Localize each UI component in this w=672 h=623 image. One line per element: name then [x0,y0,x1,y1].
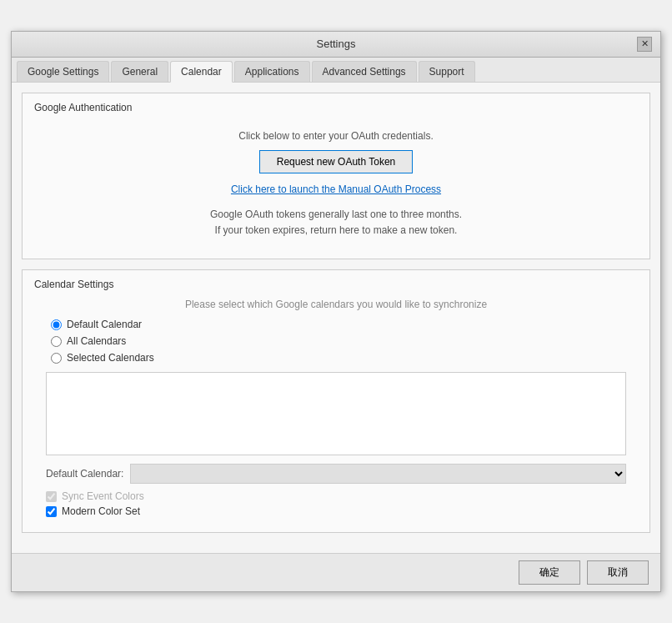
calendar-description: Please select which Google calendars you… [34,299,638,310]
calendar-settings-title: Calendar Settings [34,279,638,290]
modern-color-set-row: Modern Color Set [46,505,638,517]
manual-oauth-link[interactable]: Click here to launch the Manual OAuth Pr… [34,183,638,195]
sync-event-colors-row: Sync Event Colors [46,490,638,502]
sync-event-colors-label: Sync Event Colors [62,490,144,502]
google-auth-title: Google Authentication [34,102,638,113]
tab-applications[interactable]: Applications [234,61,310,82]
calendar-radio-group: Default Calendar All Calendars Selected … [51,319,638,364]
sync-event-colors-checkbox[interactable] [46,491,57,502]
tab-support[interactable]: Support [419,61,475,82]
request-oauth-button[interactable]: Request new OAuth Token [259,150,414,173]
radio-selected-calendars-label: Selected Calendars [67,352,154,364]
window-title: Settings [35,38,637,50]
modern-color-set-checkbox[interactable] [46,506,57,517]
auth-note-line2: If your token expires, return here to ma… [215,224,458,236]
radio-all-calendars[interactable]: All Calendars [51,335,638,347]
auth-content: Click below to enter your OAuth credenti… [34,122,638,247]
radio-all-calendars-label: All Calendars [67,335,126,347]
calendar-settings-section: Calendar Settings Please select which Go… [22,269,650,533]
close-button[interactable]: ✕ [637,37,652,52]
modern-color-set-label: Modern Color Set [62,505,140,517]
tab-bar: Google Settings General Calendar Applica… [12,58,660,83]
radio-selected-calendars[interactable]: Selected Calendars [51,352,638,364]
tab-general[interactable]: General [111,61,168,82]
default-calendar-select[interactable] [130,464,626,484]
main-content: Google Authentication Click below to ent… [12,83,660,553]
radio-selected-calendars-input[interactable] [51,353,62,364]
tab-google-settings[interactable]: Google Settings [17,61,109,82]
auth-note: Google OAuth tokens generally last one t… [34,207,638,239]
ok-button[interactable]: 确定 [519,560,580,585]
radio-default-calendar-input[interactable] [51,319,62,330]
settings-window: Settings ✕ Google Settings General Calen… [11,31,661,592]
cancel-button[interactable]: 取消 [587,560,649,585]
default-calendar-row: Default Calendar: [46,464,638,484]
auth-description: Click below to enter your OAuth credenti… [34,130,638,142]
calendar-list[interactable] [46,372,626,455]
title-bar: Settings ✕ [12,32,660,58]
google-auth-section: Google Authentication Click below to ent… [22,93,650,259]
radio-default-calendar[interactable]: Default Calendar [51,319,638,330]
tab-advanced-settings[interactable]: Advanced Settings [312,61,417,82]
auth-note-line1: Google OAuth tokens generally last one t… [210,209,462,220]
footer: 确定 取消 [12,553,660,591]
radio-all-calendars-input[interactable] [51,336,62,347]
radio-default-calendar-label: Default Calendar [67,319,142,330]
tab-calendar[interactable]: Calendar [170,61,233,83]
default-calendar-label: Default Calendar: [46,468,123,480]
